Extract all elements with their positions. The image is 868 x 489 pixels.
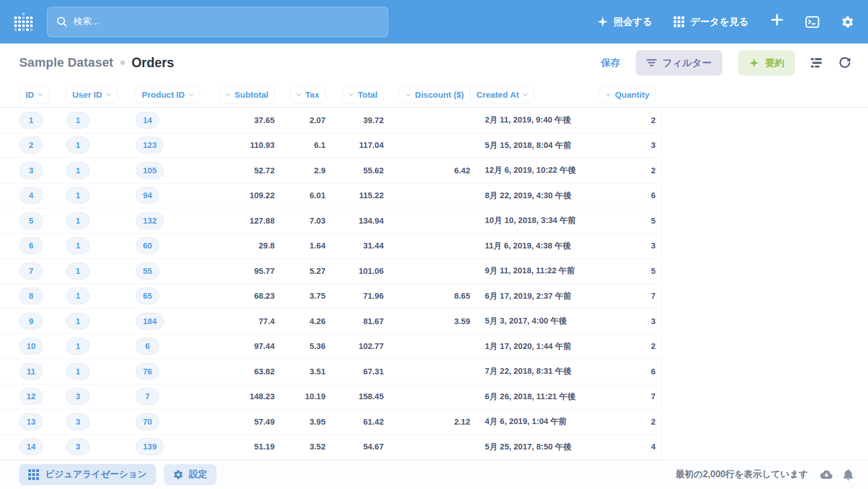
cell-created_at[interactable]: 10月 10, 2018, 3:34 午前 (470, 215, 597, 226)
cell-total[interactable]: 67.31 (326, 367, 384, 376)
cell-quantity[interactable]: 5 (597, 216, 656, 225)
cell-tax[interactable]: 3.52 (275, 442, 326, 451)
save-button[interactable]: 保存 (601, 56, 620, 69)
cell-quantity[interactable]: 3 (597, 317, 656, 326)
column-header-discount[interactable]: Discount ($) (400, 86, 470, 103)
cell-discount[interactable]: 6.42 (384, 166, 470, 175)
summarize-button[interactable]: 要約 (738, 50, 795, 76)
column-header-user_id[interactable]: User ID (66, 86, 118, 103)
product_id-value-pill[interactable]: 139 (136, 438, 164, 455)
cell-total[interactable]: 81.67 (326, 317, 384, 326)
cell-total[interactable]: 54.67 (326, 442, 384, 451)
search-input[interactable]: 検索... (47, 7, 388, 37)
cell-tax[interactable]: 3.75 (275, 291, 326, 300)
cell-created_at[interactable]: 1月 17, 2020, 1:44 午前 (470, 341, 597, 352)
cell-quantity[interactable]: 6 (597, 367, 656, 376)
cell-tax[interactable]: 5.36 (275, 342, 326, 351)
id-value-pill[interactable]: 10 (19, 338, 43, 355)
cell-subtotal[interactable]: 95.77 (218, 267, 275, 276)
cell-quantity[interactable]: 5 (597, 267, 656, 276)
product_id-value-pill[interactable]: 6 (136, 338, 159, 355)
id-value-pill[interactable]: 3 (19, 162, 43, 179)
cell-tax[interactable]: 2.9 (275, 166, 326, 175)
column-header-quantity[interactable]: Quantity (600, 86, 656, 103)
id-value-pill[interactable]: 12 (19, 388, 43, 405)
download-icon[interactable] (818, 469, 833, 480)
id-value-pill[interactable]: 8 (19, 287, 43, 304)
cell-tax[interactable]: 2.07 (275, 116, 326, 125)
cell-total[interactable]: 117.04 (326, 141, 384, 150)
cell-subtotal[interactable]: 97.44 (218, 342, 275, 351)
cell-tax[interactable]: 6.1 (275, 141, 326, 150)
cell-quantity[interactable]: 3 (597, 141, 656, 150)
user_id-value-pill[interactable]: 1 (66, 287, 90, 304)
cell-subtotal[interactable]: 57.49 (218, 417, 275, 426)
id-value-pill[interactable]: 14 (19, 438, 43, 455)
cell-created_at[interactable]: 7月 22, 2018, 8:31 午後 (470, 366, 597, 377)
id-value-pill[interactable]: 1 (19, 112, 43, 129)
viz-settings-button[interactable]: 設定 (164, 464, 216, 485)
cell-subtotal[interactable]: 68.23 (218, 291, 275, 300)
browse-data-button[interactable]: データを見る (674, 15, 749, 28)
product_id-value-pill[interactable]: 65 (136, 287, 159, 304)
user_id-value-pill[interactable]: 3 (66, 388, 90, 405)
column-header-product_id[interactable]: Product ID (136, 86, 200, 103)
user_id-value-pill[interactable]: 3 (66, 438, 90, 455)
cell-total[interactable]: 39.72 (326, 116, 384, 125)
cell-subtotal[interactable]: 127.88 (218, 216, 275, 225)
cell-created_at[interactable]: 4月 6, 2019, 1:04 午前 (470, 416, 597, 427)
cell-subtotal[interactable]: 109.22 (218, 191, 275, 200)
column-header-tax[interactable]: Tax (290, 86, 326, 103)
product_id-value-pill[interactable]: 76 (136, 363, 159, 380)
id-value-pill[interactable]: 13 (19, 413, 43, 430)
column-header-subtotal[interactable]: Subtotal (219, 86, 275, 103)
product_id-value-pill[interactable]: 70 (136, 413, 159, 430)
id-value-pill[interactable]: 9 (19, 313, 43, 330)
cell-total[interactable]: 71.96 (326, 291, 384, 300)
product_id-value-pill[interactable]: 14 (136, 112, 159, 129)
cell-total[interactable]: 134.94 (326, 216, 384, 225)
cell-quantity[interactable]: 6 (597, 191, 656, 200)
cell-tax[interactable]: 3.51 (275, 367, 326, 376)
ask-question-button[interactable]: 照会する (597, 15, 653, 28)
id-value-pill[interactable]: 4 (19, 187, 43, 204)
cell-created_at[interactable]: 11月 6, 2019, 4:38 午後 (470, 241, 597, 251)
cell-subtotal[interactable]: 37.65 (218, 116, 275, 125)
column-header-id[interactable]: ID (19, 86, 49, 103)
user_id-value-pill[interactable]: 1 (66, 212, 90, 229)
metabase-logo-icon[interactable] (14, 12, 33, 32)
sql-editor-button[interactable] (805, 16, 819, 28)
cell-created_at[interactable]: 6月 17, 2019, 2:37 午前 (470, 291, 597, 302)
cell-discount[interactable]: 3.59 (384, 317, 470, 326)
column-header-total[interactable]: Total (342, 86, 384, 103)
user_id-value-pill[interactable]: 3 (66, 413, 90, 430)
cell-subtotal[interactable]: 29.8 (218, 241, 275, 250)
cell-total[interactable]: 101.06 (326, 267, 384, 276)
cell-quantity[interactable]: 2 (597, 116, 656, 125)
cell-quantity[interactable]: 4 (597, 442, 656, 451)
cell-discount[interactable]: 8.65 (384, 291, 470, 300)
product_id-value-pill[interactable]: 7 (136, 388, 159, 405)
cell-total[interactable]: 61.42 (326, 417, 384, 426)
cell-created_at[interactable]: 12月 6, 2019, 10:22 午後 (470, 165, 597, 176)
cell-tax[interactable]: 6.01 (275, 191, 326, 200)
admin-settings-button[interactable] (841, 15, 854, 29)
visualization-button[interactable]: ビジュアライゼーション (19, 464, 156, 485)
cell-subtotal[interactable]: 51.19 (218, 442, 275, 451)
cell-total[interactable]: 102.77 (326, 342, 384, 351)
cell-tax[interactable]: 3.95 (275, 417, 326, 426)
user_id-value-pill[interactable]: 1 (66, 112, 90, 129)
cell-subtotal[interactable]: 52.72 (218, 166, 275, 175)
user_id-value-pill[interactable]: 1 (66, 162, 90, 179)
cell-tax[interactable]: 10.19 (275, 392, 326, 401)
column-header-created_at[interactable]: Created At (470, 86, 534, 103)
filter-button[interactable]: フィルター (636, 50, 722, 76)
product_id-value-pill[interactable]: 105 (136, 162, 164, 179)
cell-total[interactable]: 55.62 (326, 166, 384, 175)
notebook-editor-button[interactable] (811, 58, 823, 68)
cell-created_at[interactable]: 5月 15, 2018, 8:04 午前 (470, 140, 597, 151)
new-button[interactable] (770, 12, 784, 32)
cell-created_at[interactable]: 8月 22, 2019, 4:30 午後 (470, 190, 597, 201)
id-value-pill[interactable]: 6 (19, 237, 43, 254)
cell-total[interactable]: 31.44 (326, 241, 384, 250)
